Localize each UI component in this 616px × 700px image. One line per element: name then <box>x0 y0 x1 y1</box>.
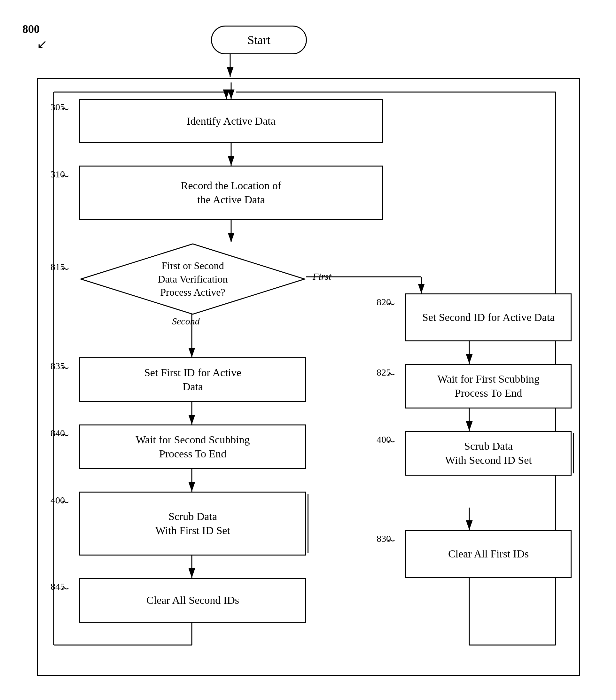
figure-arrow: ↙ <box>37 37 48 52</box>
identify-active-data-box: Identify Active Data <box>79 99 383 143</box>
diamond-container: First or SecondData VerificationProcess … <box>79 242 306 316</box>
set-first-id-box: Set First ID for ActiveData <box>79 357 306 402</box>
record-location-box: Record the Location ofthe Active Data <box>79 165 383 220</box>
diagram-container: 800 ↙ Start <box>19 19 594 690</box>
wait-first-scub-box: Wait for First ScubbingProcess To End <box>405 364 571 409</box>
second-label: Second <box>172 316 200 327</box>
scrub-first-id-box: Scrub DataWith First ID Set <box>79 491 306 555</box>
diamond-text: First or SecondData VerificationProcess … <box>151 259 234 299</box>
scrub-second-id-box: Scrub DataWith Second ID Set <box>405 431 571 476</box>
start-oval: Start <box>211 26 307 54</box>
clear-first-ids-box: Clear All First IDs <box>405 530 571 578</box>
clear-second-ids-box: Clear All Second IDs <box>79 578 306 623</box>
set-second-id-box: Set Second ID for Active Data <box>405 293 571 341</box>
wait-second-scub-box: Wait for Second ScubbingProcess To End <box>79 424 306 469</box>
first-label: First <box>313 271 331 282</box>
figure-label: 800 <box>22 22 40 36</box>
main-border-box: 305 〜 Identify Active Data 310 〜 Record … <box>37 78 580 676</box>
